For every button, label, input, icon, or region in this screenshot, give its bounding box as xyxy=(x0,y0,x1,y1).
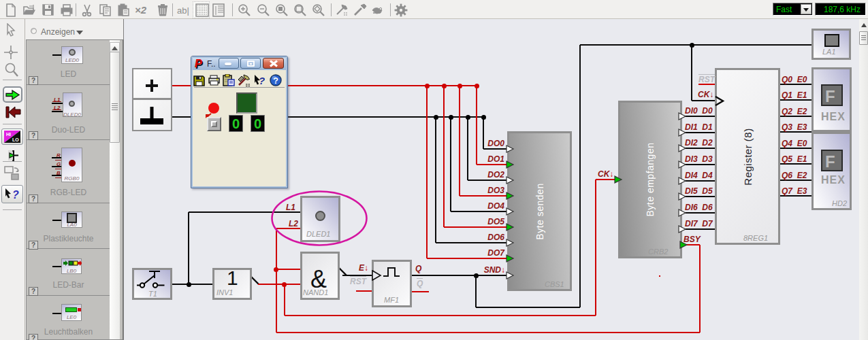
svg-text:?: ? xyxy=(259,75,265,86)
svg-text:HI: HI xyxy=(6,132,11,137)
svg-text:?: ? xyxy=(273,76,278,86)
svg-text:LO: LO xyxy=(12,137,19,142)
svg-text:?: ? xyxy=(12,189,19,201)
